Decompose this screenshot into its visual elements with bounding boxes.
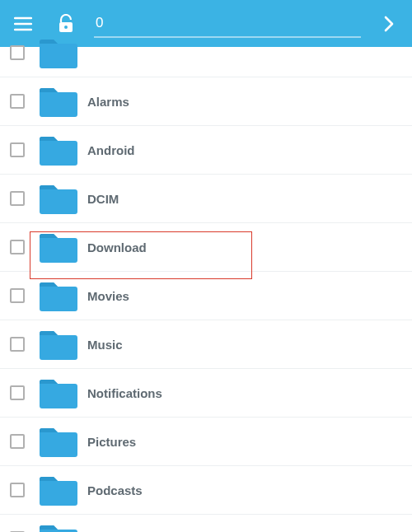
folder-label: Alarms — [87, 95, 129, 109]
list-item[interactable]: Movies — [0, 272, 412, 320]
folder-icon — [38, 230, 79, 264]
folder-label: Podcasts — [87, 483, 143, 497]
list-item[interactable]: Music — [0, 320, 412, 369]
folder-icon — [38, 181, 79, 216]
checkbox[interactable] — [10, 288, 25, 303]
svg-point-4 — [64, 26, 68, 29]
list-item[interactable] — [0, 515, 412, 532]
folder-icon — [38, 133, 79, 167]
folder-label: DCIM — [87, 192, 119, 206]
list-item[interactable]: Download — [0, 223, 412, 272]
list-item[interactable]: Podcasts — [0, 466, 412, 515]
folder-label: Notifications — [87, 386, 162, 400]
checkbox[interactable] — [10, 94, 25, 109]
folder-label: Android — [87, 143, 135, 157]
checkbox[interactable] — [10, 240, 25, 254]
folder-icon — [38, 521, 79, 532]
list-item[interactable]: Android — [0, 126, 412, 175]
folder-label: Music — [87, 338, 123, 352]
list-item[interactable]: Pictures — [0, 418, 412, 466]
folder-icon — [38, 424, 79, 459]
list-item[interactable] — [0, 29, 412, 77]
checkbox[interactable] — [10, 191, 25, 206]
list-item[interactable]: DCIM — [0, 175, 412, 223]
folder-list: AlarmsAndroidDCIMDownloadMoviesMusicNoti… — [0, 29, 412, 532]
folder-label: Pictures — [87, 435, 136, 449]
folder-icon — [38, 376, 79, 410]
folder-icon — [38, 35, 79, 70]
checkbox[interactable] — [10, 483, 25, 497]
folder-icon — [38, 473, 79, 507]
folder-label: Download — [87, 240, 147, 254]
folder-icon — [38, 278, 79, 313]
checkbox[interactable] — [10, 45, 25, 60]
checkbox[interactable] — [10, 337, 25, 352]
folder-label: Movies — [87, 289, 129, 303]
checkbox[interactable] — [10, 434, 25, 449]
folder-icon — [38, 327, 79, 362]
list-item[interactable]: Notifications — [0, 369, 412, 418]
folder-icon — [38, 84, 79, 119]
list-item[interactable]: Alarms — [0, 77, 412, 126]
checkbox[interactable] — [10, 142, 25, 157]
checkbox[interactable] — [10, 385, 25, 400]
